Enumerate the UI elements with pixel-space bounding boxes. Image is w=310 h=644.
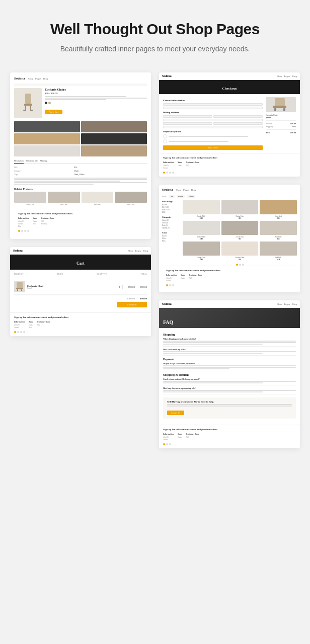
sidebar-cat-lighting[interactable]: Lighting (9) [162, 227, 180, 229]
tab-additional-info[interactable]: Additional Info [26, 159, 38, 164]
nav-link-pages[interactable]: Pages [35, 77, 41, 80]
product-title: Eucharis Chairs [45, 88, 147, 91]
checkout-nav-blog[interactable]: Blog [292, 75, 297, 77]
add-to-cart-button[interactable]: Add to Cart [45, 110, 62, 114]
nav-link-blog[interactable]: Blog [43, 77, 48, 80]
nav-link-shop[interactable]: Shop [28, 77, 33, 80]
footer-dots-shop [166, 284, 293, 286]
dot-1 [18, 230, 20, 232]
filter-chairs[interactable]: Chairs [177, 195, 185, 198]
faq-item-2: How can I track my order? [163, 348, 296, 356]
first-name-field[interactable] [163, 115, 212, 118]
color-option-dark[interactable] [45, 102, 47, 104]
faq-contact-button[interactable]: Contact Us [167, 411, 184, 415]
address-field[interactable] [163, 119, 263, 121]
shop-nav-shop[interactable]: Shop [176, 189, 181, 191]
cart-quantity[interactable]: 1 [117, 285, 123, 289]
contact-info-title: Contact information [163, 99, 263, 102]
cart-nav-pages[interactable]: Pages [135, 250, 141, 252]
faq-footer: Sign up for sale announcement and person… [159, 425, 300, 448]
sidebar-cat-desks[interactable]: Desks (5) [162, 224, 180, 226]
cart-nav-blog[interactable]: Blog [143, 250, 148, 252]
zip-field[interactable] [163, 126, 263, 128]
last-name-field[interactable] [213, 115, 263, 118]
place-order-button[interactable]: Place Order [163, 145, 263, 150]
cart-header-bar: Cart [10, 255, 151, 270]
summary-chair-icon [266, 97, 294, 112]
cart-page-card: Sedona Shop Pages Blog Cart PRODUCT [10, 247, 151, 336]
city-field[interactable] [163, 122, 212, 125]
color-option-light[interactable] [48, 102, 51, 104]
related-img-4 [115, 192, 147, 203]
shop-product-9: Oak Desk $220 [260, 242, 297, 261]
product-page-card: Sedona Shop Pages Blog [10, 72, 151, 239]
checkout-footer-col-shop: Shop Chairs [178, 161, 182, 170]
shop-img-1 [183, 200, 220, 214]
faq-nav-blog[interactable]: Blog [292, 303, 297, 305]
shop-sidebar: Price Range $0 - $50 $50 - $100 $100 - $… [162, 200, 180, 266]
cart-nav-links: Shop Pages Blog [128, 250, 148, 252]
faq-footer-col-info: Information About Us Contact [163, 433, 174, 441]
sidebar-price-section: Price Range $0 - $50 $50 - $100 $100 - $… [162, 200, 180, 213]
product-thumbnail-grid [14, 121, 147, 156]
checkout-body: Contact information Billing address [159, 94, 300, 153]
tab-description[interactable]: Description [14, 159, 24, 164]
tab-shipping[interactable]: Shipping [40, 159, 47, 164]
checkout-button[interactable]: Checkout [117, 302, 147, 307]
state-field[interactable] [213, 122, 263, 125]
chair-svg [21, 94, 35, 113]
faq-dot-2 [166, 443, 168, 445]
shop-product-1: Granite Table $120 [183, 200, 220, 219]
sidebar-cat-tables[interactable]: Tables (8) [162, 222, 180, 224]
shop-nav-pages[interactable]: Pages [183, 189, 189, 191]
screenshots-grid: Sedona Shop Pages Blog [10, 72, 300, 448]
sidebar-price-2[interactable]: $50 - $100 [162, 206, 180, 208]
filter-tables[interactable]: Tables [187, 195, 195, 198]
shop-page-2[interactable] [239, 264, 241, 266]
shop-nav-blog[interactable]: Blog [191, 189, 196, 191]
related-item-1: Seline Chair [14, 192, 46, 206]
shop-img-3 [260, 200, 297, 214]
product-price: $90 - $96.99 [45, 92, 147, 95]
cart-nav: Sedona Shop Pages Blog [10, 247, 151, 255]
shop-product-8: Eucharis Chair $90 [221, 242, 259, 261]
shop-nav: Sedona Shop Pages Blog [162, 188, 297, 192]
faq-page: Sedona Shop Pages Blog FAQ [159, 300, 300, 448]
shop-dot-1 [166, 284, 168, 286]
email-field[interactable] [163, 103, 263, 106]
sidebar-color-natural[interactable]: Natural [162, 235, 180, 237]
checkout-nav-pages[interactable]: Pages [284, 75, 290, 77]
sidebar-color-white[interactable]: White [162, 237, 180, 239]
shop-footer-col-info: Information About Us Contact [166, 274, 177, 282]
checkout-dot-3 [169, 172, 171, 174]
product-footer: Sign up for sale announcement and person… [14, 209, 147, 235]
payment-radio-2[interactable] [163, 139, 167, 143]
cart-nav-shop[interactable]: Shop [128, 250, 133, 252]
product-info: Eucharis Chairs $90 - $96.99 [45, 88, 147, 118]
sidebar-cat-chairs[interactable]: Chairs (12) [162, 219, 180, 221]
phone-field[interactable] [163, 107, 263, 109]
faq-nav-shop[interactable]: Shop [277, 303, 282, 305]
summary-total-divider [266, 129, 296, 130]
faq-dot-1 [163, 443, 165, 445]
faq-logo: Sedona [162, 302, 172, 305]
related-name-3: Mira Desk [82, 204, 114, 206]
faq-nav-pages[interactable]: Pages [284, 303, 290, 305]
product-nav-logo: Sedona [14, 76, 25, 80]
sidebar-price-3[interactable]: $100 - $200 [162, 209, 180, 211]
payment-radio-1[interactable] [163, 134, 167, 138]
cart-footer-links: Information About Us Contact Shop Chairs… [14, 320, 147, 329]
checkout-nav-shop[interactable]: Shop [277, 75, 282, 77]
sidebar-price-4[interactable]: $200+ [162, 211, 180, 213]
sidebar-color-black[interactable]: Black [162, 240, 180, 242]
sidebar-categories-section: Categories Chairs (12) Tables (8) Desks … [162, 216, 180, 229]
filter-all[interactable]: All [169, 195, 175, 198]
related-name-2: Luca Chair [48, 204, 80, 206]
cart-dot-3 [20, 331, 22, 333]
faq-shipping-title: Shipping & Returns [163, 373, 296, 376]
faq-hero: FAQ [159, 308, 300, 328]
shop-page-3[interactable] [242, 264, 244, 266]
svg-rect-9 [21, 289, 22, 291]
shop-page-1[interactable] [236, 264, 238, 266]
sidebar-price-1[interactable]: $0 - $50 [162, 204, 180, 206]
